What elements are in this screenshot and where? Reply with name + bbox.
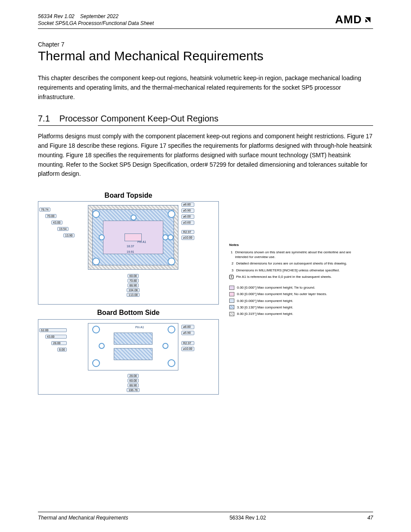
mounting-hole-icon: [168, 326, 175, 333]
pin-a1-label: Pin A1: [135, 326, 144, 329]
dim-value: 62.00: [39, 328, 67, 332]
header-left: 56334 Rev 1.02 September 2022 Socket SP5…: [38, 13, 154, 27]
board-topside-diagram: Pin A1 78.74 70.00 43.00 19.54 13.90 18.…: [38, 201, 219, 305]
mounting-hole-icon: [99, 234, 105, 240]
mounting-hole-icon: [162, 343, 168, 349]
notes-heading: Notes: [229, 243, 358, 247]
dim-value: ⌀3.60: [181, 221, 194, 225]
mounting-hole-icon: [92, 326, 100, 333]
dim-value: ⌀8.80: [181, 202, 194, 207]
legend-text: 3.30 [0.130"] Max component height.: [237, 305, 293, 310]
dim-value: ⌀8.80: [181, 325, 194, 329]
bot-left-dims: 62.00 43.00 28.00 8.00: [39, 328, 67, 352]
dim-value: 113.00: [127, 293, 139, 297]
footer-right: 47: [367, 515, 373, 521]
chapter-title: Thermal and Mechanical Requirements: [38, 49, 373, 63]
mounting-hole-icon: [168, 258, 175, 265]
pin-a1-label: Pin A1: [137, 240, 146, 243]
legend-text: 0.00 [0.000"] Max component height; Tie …: [237, 285, 315, 290]
section-number: 7.1: [38, 114, 50, 124]
bot-bottom-dims: 28.00 60.00 88.90 106.76: [103, 374, 163, 392]
dim-value: 106.76: [127, 388, 139, 392]
dim-value: 88.90: [128, 283, 139, 287]
chapter-heading: Chapter 7 Thermal and Mechanical Require…: [38, 41, 373, 63]
dim-value: 13.90: [63, 233, 75, 237]
dim-value: ⌀10.00: [181, 236, 194, 240]
swatch-icon: [229, 292, 234, 296]
note-text: Dimensions in MILLIMETERS [INCHES] unles…: [236, 268, 340, 273]
section-heading: 7.1 Processor Component Keep-Out Regions: [38, 114, 373, 126]
top-drawing-title: Board Topside: [38, 192, 219, 199]
dim-value: 19.91: [127, 250, 134, 253]
mounting-hole-icon: [92, 258, 100, 265]
note-item: 1Dimensions shown on this sheet are symm…: [229, 250, 358, 259]
top-right-callouts: ⌀8.80 ⌀5.90 ⌀6.00 ⌀3.60 R2.97 ⌀10.00: [181, 202, 194, 240]
dim-value: ⌀10.00: [181, 347, 194, 351]
dim-value: 8.00: [57, 348, 67, 352]
intro-paragraph: This chapter describes the component kee…: [38, 74, 373, 102]
dim-value: 18.37: [127, 245, 134, 248]
page-footer: Thermal and Mechanical Requirements 5633…: [38, 512, 373, 521]
mounting-hole-icon: [168, 359, 175, 367]
dim-value: ⌀6.00: [181, 215, 194, 219]
top-bottom-dims: 60.00 70.80 88.90 104.08 113.00: [103, 274, 163, 297]
dim-value: 43.00: [51, 221, 62, 224]
note-item: 4Pin A1 is referenced as the 0,0 point i…: [229, 274, 358, 279]
doc-id: 56334: [38, 13, 52, 19]
dim-value: 19.54: [57, 227, 68, 231]
legend-row: 0.00 [0.000"] Max component height.: [229, 299, 358, 303]
swatch-icon: [229, 312, 234, 316]
note-text: Dimensions shown on this sheet are symme…: [235, 250, 358, 259]
legend-text: 0.00 [0.000"] Max component height.: [237, 299, 293, 303]
dim-value: 28.00: [51, 341, 67, 345]
dim-value: 88.90: [128, 383, 139, 387]
zone-3p3mm: [114, 333, 153, 345]
doc-rev: Rev 1.02: [54, 13, 75, 19]
legend-row: 0.00 [0.000"] Max component height; Tie …: [229, 285, 358, 290]
note-text: Pin A1 is referenced as the 0,0 point in…: [236, 274, 332, 279]
zone-3p3mm: [114, 348, 153, 360]
dim-value: 28.00: [128, 374, 139, 378]
note-item: 2Detailed dimensions for zones are on su…: [229, 261, 358, 266]
legend-row: 3.30 [0.130"] Max component height.: [229, 305, 358, 310]
dim-value: 60.00: [128, 379, 139, 383]
dim-value: ⌀5.90: [181, 331, 194, 335]
dim-value: 43.00: [45, 335, 67, 339]
mounting-hole-icon: [92, 210, 100, 218]
swatch-icon: [229, 299, 234, 303]
footer-left: Thermal and Mechanical Requirements: [38, 515, 128, 521]
dim-value: ⌀5.90: [181, 208, 194, 213]
mounting-hole-icon: [92, 359, 100, 367]
legend-text: 8.00 [0.315"] Max component height.: [237, 311, 293, 316]
section-text: Platforms designs must comply with the c…: [38, 132, 373, 178]
dim-value: 70.80: [128, 279, 139, 283]
mounting-hole-icon: [168, 210, 175, 218]
dim-value: 60.00: [128, 274, 139, 278]
legend-text: 0.00 [0.000"] Max component height; No o…: [237, 292, 327, 296]
legend-row: 0.00 [0.000"] Max component height; No o…: [229, 292, 358, 296]
legend-row: 8.00 [0.315"] Max component height.: [229, 311, 358, 316]
technical-drawing: Board Topside Pin A1 78.74 70.0: [38, 191, 219, 395]
swatch-icon: [229, 286, 234, 290]
doc-title: Socket SP5/LGA Processor/Functional Data…: [38, 20, 154, 26]
bottom-drawing-title: Board Bottom Side: [38, 309, 219, 317]
dim-value: R2.97: [181, 341, 194, 345]
note-flag-icon: 4: [229, 275, 234, 279]
drawing-notes: Notes 1Dimensions shown on this sheet ar…: [229, 243, 358, 318]
note-item: 3Dimensions in MILLIMETERS [INCHES] unle…: [229, 268, 358, 273]
chapter-label: Chapter 7: [38, 41, 373, 48]
mounting-hole-icon: [131, 215, 137, 221]
mounting-hole-icon: [168, 234, 174, 240]
dim-value: 104.08: [127, 288, 139, 292]
note-text: Detailed dimensions for zones are on sub…: [236, 261, 347, 266]
swatch-icon: [229, 305, 234, 309]
top-center-dims: 18.37 19.91: [127, 245, 134, 253]
dim-value: 70.00: [45, 214, 56, 218]
legend: 0.00 [0.000"] Max component height; Tie …: [229, 285, 358, 316]
mounting-hole-icon: [99, 343, 105, 349]
dim-value: R2.97: [181, 230, 194, 234]
footer-mid: 56334 Rev 1.02: [230, 515, 266, 521]
figure-row: Board Topside Pin A1 78.74 70.0: [38, 191, 373, 395]
logo-text: AMD: [335, 13, 362, 26]
amd-logo: AMD: [335, 13, 373, 26]
